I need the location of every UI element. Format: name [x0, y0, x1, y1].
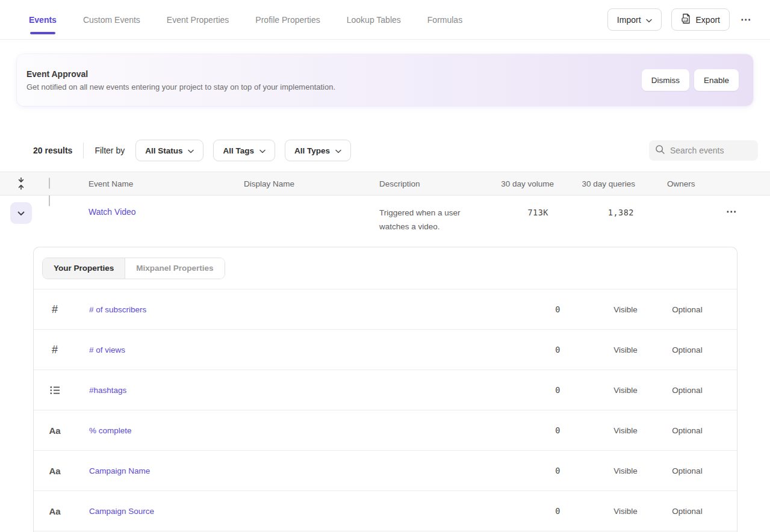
property-requirement: Optional	[653, 507, 737, 516]
tab-formulas[interactable]: Formulas	[427, 11, 462, 28]
banner-text: Event Approval Get notified on all new e…	[26, 69, 335, 91]
property-name-link[interactable]: # of views	[76, 345, 496, 354]
filter-by-label: Filter by	[95, 146, 125, 155]
property-requirement: Optional	[653, 466, 737, 475]
banner-title: Event Approval	[26, 69, 335, 79]
search-icon	[655, 144, 665, 157]
search-events-box[interactable]	[649, 140, 758, 161]
column-header-display-name: Display Name	[234, 179, 369, 188]
events-table-header: Event Name Display Name Description 30 d…	[0, 172, 770, 196]
row-more-options-button[interactable]: ⋯	[725, 203, 739, 220]
property-requirement: Optional	[653, 386, 737, 395]
property-name-link[interactable]: #hashtags	[76, 386, 496, 395]
property-name-link[interactable]: Campaign Name	[76, 466, 496, 475]
property-value: 0	[496, 345, 562, 354]
property-row: Aa Campaign Source 0 Visible Optional	[34, 491, 737, 531]
active-tab-underline	[30, 32, 55, 34]
property-name-link[interactable]: Campaign Source	[76, 507, 496, 516]
table-row-watch-video: Watch Video Triggered when a user watche…	[0, 196, 770, 238]
chevron-down-icon	[335, 146, 341, 155]
tab-event-properties[interactable]: Event Properties	[167, 11, 229, 28]
property-visibility: Visible	[562, 386, 653, 395]
properties-segmented-control: Your Properties Mixpanel Properties	[42, 258, 225, 279]
property-row: Aa % complete 0 Visible Optional	[34, 410, 737, 451]
export-label: Export	[696, 15, 720, 25]
search-events-input[interactable]	[670, 146, 748, 155]
property-value: 0	[496, 385, 562, 395]
more-options-button[interactable]: ⋯	[739, 11, 753, 28]
collapse-row-button[interactable]	[10, 202, 32, 224]
volume-30d-value: 713K	[465, 208, 554, 217]
property-row: #hashtags 0 Visible Optional	[34, 370, 737, 410]
banner-description: Get notified on all new events entering …	[26, 82, 335, 91]
list-icon	[34, 386, 76, 395]
export-button[interactable]: csv Export	[671, 8, 730, 31]
text-icon: Aa	[34, 506, 76, 516]
chevron-down-icon	[17, 208, 25, 218]
results-count: 20 results	[33, 146, 72, 155]
collapse-all-icon[interactable]	[0, 176, 42, 191]
tags-filter-dropdown[interactable]: All Tags	[213, 140, 275, 161]
lexicon-tabs: Events Custom Events Event Properties Pr…	[29, 11, 462, 28]
event-name-link[interactable]: Watch Video	[78, 207, 234, 217]
tab-profile-properties[interactable]: Profile Properties	[255, 11, 320, 28]
filter-toolbar: 20 results Filter by All Status All Tags…	[0, 140, 770, 161]
property-value: 0	[496, 466, 562, 475]
svg-text:csv: csv	[682, 19, 688, 22]
status-filter-dropdown[interactable]: All Status	[135, 140, 203, 161]
property-requirement: Optional	[653, 426, 737, 435]
csv-file-icon: csv	[681, 13, 691, 26]
tab-events[interactable]: Events	[29, 11, 57, 28]
event-approval-banner: Event Approval Get notified on all new e…	[17, 54, 753, 106]
property-row: # # of views 0 Visible Optional	[34, 330, 737, 370]
dismiss-button[interactable]: Dismiss	[642, 69, 689, 91]
tab-your-properties[interactable]: Your Properties	[43, 258, 125, 279]
property-value: 0	[496, 506, 562, 516]
chevron-down-icon	[646, 15, 652, 25]
tab-custom-events[interactable]: Custom Events	[83, 11, 140, 28]
property-name-link[interactable]: # of subscribers	[76, 305, 496, 314]
text-icon: Aa	[34, 466, 76, 476]
property-visibility: Visible	[562, 507, 653, 516]
import-button[interactable]: Import	[607, 8, 662, 31]
property-visibility: Visible	[562, 305, 653, 314]
text-icon: Aa	[34, 425, 76, 436]
tab-mixpanel-properties[interactable]: Mixpanel Properties	[125, 258, 224, 279]
row-checkbox[interactable]	[49, 195, 50, 206]
property-visibility: Visible	[562, 466, 653, 475]
column-header-event-name: Event Name	[78, 179, 234, 188]
banner-actions: Dismiss Enable	[642, 69, 739, 91]
property-visibility: Visible	[562, 426, 653, 435]
column-header-30-day-volume: 30 day volume	[465, 179, 554, 188]
property-row: # # of subscribers 0 Visible Optional	[34, 289, 737, 330]
chevron-down-icon	[259, 146, 265, 155]
tab-lookup-tables[interactable]: Lookup Tables	[347, 11, 401, 28]
property-row: Aa Campaign Name 0 Visible Optional	[34, 451, 737, 491]
description-cell: Triggered when a user watches a video.	[369, 206, 465, 234]
property-name-link[interactable]: % complete	[76, 426, 496, 435]
property-requirement: Optional	[653, 305, 737, 314]
properties-tab-bar: Your Properties Mixpanel Properties	[34, 247, 737, 289]
property-value: 0	[496, 305, 562, 314]
property-value: 0	[496, 425, 562, 435]
top-navigation: Events Custom Events Event Properties Pr…	[0, 0, 770, 40]
status-filter-label: All Status	[145, 146, 182, 155]
queries-30d-value: 1,382	[554, 208, 635, 217]
property-visibility: Visible	[562, 345, 653, 354]
property-requirement: Optional	[653, 345, 737, 354]
enable-button[interactable]: Enable	[694, 69, 739, 91]
import-label: Import	[617, 15, 641, 25]
chevron-down-icon	[188, 146, 194, 155]
nav-actions: Import csv Export ⋯	[607, 8, 753, 31]
column-header-description: Description	[369, 179, 465, 188]
divider	[83, 143, 84, 158]
types-filter-dropdown[interactable]: All Types	[285, 140, 351, 161]
tags-filter-label: All Tags	[223, 146, 254, 155]
select-all-checkbox[interactable]	[49, 178, 50, 189]
row-menu-cell: ⋯	[722, 203, 770, 220]
number-icon: #	[34, 303, 76, 316]
types-filter-label: All Types	[294, 146, 330, 155]
number-icon: #	[34, 344, 76, 356]
column-header-30-day-queries: 30 day queries	[554, 179, 635, 188]
column-header-owners: Owners	[635, 179, 722, 188]
